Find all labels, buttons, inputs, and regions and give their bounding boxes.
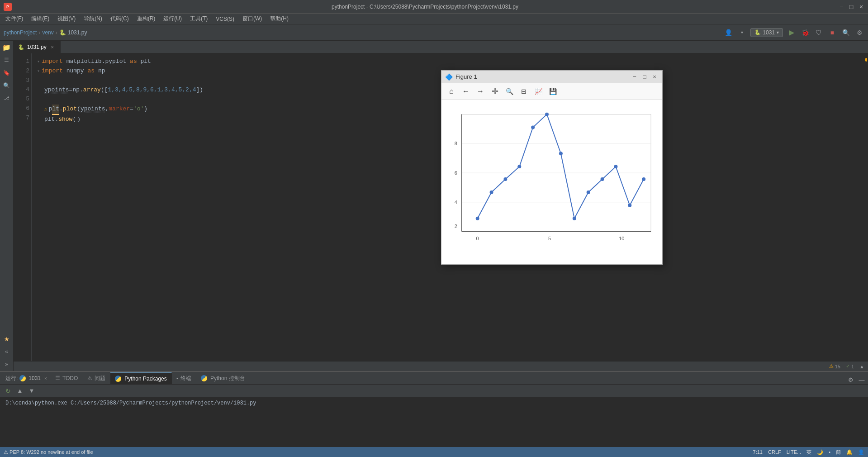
left-gutter: 📁 ☰ 🔖 🔍 ⎇ ★ « » <box>0 41 14 371</box>
run-content: ↻ ▲ ▼ D:\conda\python.exe C:/Users/25088… <box>0 385 868 447</box>
find-icon[interactable]: 🔍 <box>2 81 12 90</box>
figure-maximize-button[interactable]: □ <box>640 73 649 81</box>
menu-code[interactable]: 代码(C) <box>107 14 133 24</box>
file-tab-label: 1031.py <box>27 44 47 50</box>
breadcrumb-venv[interactable]: venv <box>42 29 53 36</box>
file-encoding[interactable]: LITE... <box>787 449 801 455</box>
structure-icon[interactable]: ☰ <box>2 55 12 65</box>
fold-icon-1[interactable]: ▾ <box>37 58 40 66</box>
menu-view[interactable]: 视图(V) <box>54 14 79 24</box>
menu-nav[interactable]: 导航(N) <box>80 14 106 24</box>
editor-status: ⚠ 15 ✓ 1 ▲ <box>14 361 868 371</box>
fold-icon-2[interactable]: ▾ <box>37 68 40 75</box>
run-with-coverage[interactable]: 🛡 <box>814 28 824 38</box>
figure-forward-button[interactable]: → <box>474 85 487 98</box>
status-bar: ⚠ PEP 8: W292 no newline at end of file … <box>0 447 868 457</box>
star-icon[interactable]: ★ <box>2 334 12 344</box>
run-restart-button[interactable]: ↻ <box>4 386 13 395</box>
minimize-button[interactable]: − <box>838 4 844 10</box>
debug-button[interactable]: 🐞 <box>800 28 810 38</box>
bottom-tab-terminal[interactable]: ▪ 终端 <box>172 372 196 384</box>
menu-help[interactable]: 帮助(H) <box>266 14 292 24</box>
svg-point-16 <box>545 113 549 116</box>
svg-point-22 <box>628 204 631 207</box>
figure-titlebar: 🔷 Figure 1 − □ × <box>441 71 662 83</box>
svg-point-18 <box>573 217 576 220</box>
stop-button[interactable]: ■ <box>827 28 837 38</box>
bottom-tab-python-packages[interactable]: Python Packages <box>110 372 171 384</box>
menu-run[interactable]: 运行(U) <box>160 14 185 24</box>
status-bar-right: 7:11 CRLF LITE... 英 🌙 • 簡 🔔 👤 <box>753 449 864 456</box>
run-scroll-down-button[interactable]: ▼ <box>27 386 36 395</box>
svg-text:2: 2 <box>455 224 457 229</box>
git-icon[interactable]: ⎇ <box>2 93 12 103</box>
svg-point-17 <box>559 152 563 155</box>
bookmarks-icon[interactable]: 🔖 <box>2 68 12 78</box>
lang-input[interactable]: 英 <box>806 449 811 456</box>
panel-hide-button[interactable]: — <box>857 375 866 384</box>
run-output: D:\conda\python.exe C:/Users/25088/Pycha… <box>0 397 868 409</box>
menu-file[interactable]: 文件(F) <box>2 14 27 24</box>
svg-text:0: 0 <box>476 236 479 241</box>
figure-subplots-button[interactable]: ⊟ <box>517 85 530 98</box>
line-ending[interactable]: CRLF <box>768 449 781 455</box>
project-view-icon[interactable]: 📁 <box>2 43 12 52</box>
cursor-position[interactable]: 7:11 <box>753 449 763 455</box>
figure-title: Figure 1 <box>455 73 628 80</box>
tab-close-button[interactable]: × <box>49 44 56 50</box>
bottom-tab-todo[interactable]: ☰ TODO <box>51 372 83 384</box>
bottom-tab-problems[interactable]: ⚠ 问题 <box>83 372 110 384</box>
expand-right[interactable]: » <box>2 359 12 369</box>
svg-text:10: 10 <box>619 236 624 241</box>
title-bar-controls: − □ × <box>838 4 864 10</box>
search-everywhere[interactable]: 🔍 <box>841 28 851 38</box>
svg-text:4: 4 <box>455 200 457 205</box>
expand-left[interactable]: « <box>2 347 12 357</box>
figure-save-button[interactable]: 💾 <box>546 85 559 98</box>
run-config-selector[interactable]: 🐍 1031 ▾ <box>750 28 783 37</box>
run-tab-label[interactable]: 1031 <box>28 375 41 381</box>
expand-editor[interactable]: ▲ <box>859 364 864 369</box>
warning-icon-6: ⚠ <box>44 105 47 114</box>
toolbar: pythonProject › venv › 🐍 1031.py 👤 ▾ 🐍 1… <box>0 24 868 41</box>
bottom-tab-python-console[interactable]: Python 控制台 <box>196 372 250 384</box>
figure-back-button[interactable]: ← <box>460 85 472 98</box>
scroll-indicator <box>865 58 867 62</box>
svg-point-20 <box>601 177 604 181</box>
figure-pan-button[interactable]: ✛ <box>489 85 501 98</box>
panel-settings-button[interactable]: ⚙ <box>846 375 855 384</box>
profile-button[interactable]: 👤 <box>723 28 733 38</box>
svg-text:5: 5 <box>548 236 551 241</box>
profile-dropdown[interactable]: ▾ <box>737 28 747 38</box>
close-button[interactable]: × <box>858 4 864 10</box>
user-icon[interactable]: 👤 <box>858 449 864 455</box>
menu-refactor[interactable]: 重构(R) <box>133 14 159 24</box>
run-button[interactable]: ▶ <box>787 28 797 38</box>
figure-customize-button[interactable]: 📈 <box>532 85 545 98</box>
status-warning[interactable]: ⚠ PEP 8: W292 no newline at end of file <box>4 449 93 455</box>
figure-minimize-button[interactable]: − <box>631 73 639 81</box>
settings-button[interactable]: ⚙ <box>854 28 864 38</box>
breadcrumb: pythonProject › venv › 🐍 1031.py <box>4 29 87 36</box>
figure-home-button[interactable]: ⌂ <box>445 85 458 98</box>
simplified-chinese: 簡 <box>836 449 841 456</box>
line-numbers: 1 2 3 4 5 6 7 <box>14 53 32 361</box>
figure-zoom-button[interactable]: 🔍 <box>503 85 516 98</box>
menu-window[interactable]: 窗口(W) <box>239 14 266 24</box>
run-tab-close[interactable]: × <box>44 376 47 381</box>
maximize-button[interactable]: □ <box>848 4 854 10</box>
menu-edit[interactable]: 编辑(E) <box>28 14 53 24</box>
breadcrumb-project[interactable]: pythonProject <box>4 29 37 36</box>
menu-vcs[interactable]: VCS(S) <box>212 15 238 23</box>
menu-tools[interactable]: 工具(T) <box>186 14 211 24</box>
code-line-1: ▾ import matplotlib.pyplot as plt <box>37 57 856 67</box>
svg-point-13 <box>503 177 507 181</box>
bell-icon[interactable]: 🔔 <box>846 449 853 455</box>
file-tab-active[interactable]: 🐍 1031.py × <box>14 41 61 53</box>
svg-point-15 <box>531 126 535 129</box>
figure-close-button[interactable]: × <box>650 73 659 81</box>
run-label: 运行: <box>5 375 18 382</box>
run-scroll-up-button[interactable]: ▲ <box>15 386 24 395</box>
svg-point-11 <box>476 217 479 220</box>
breadcrumb-file[interactable]: 🐍 1031.py <box>59 29 87 36</box>
